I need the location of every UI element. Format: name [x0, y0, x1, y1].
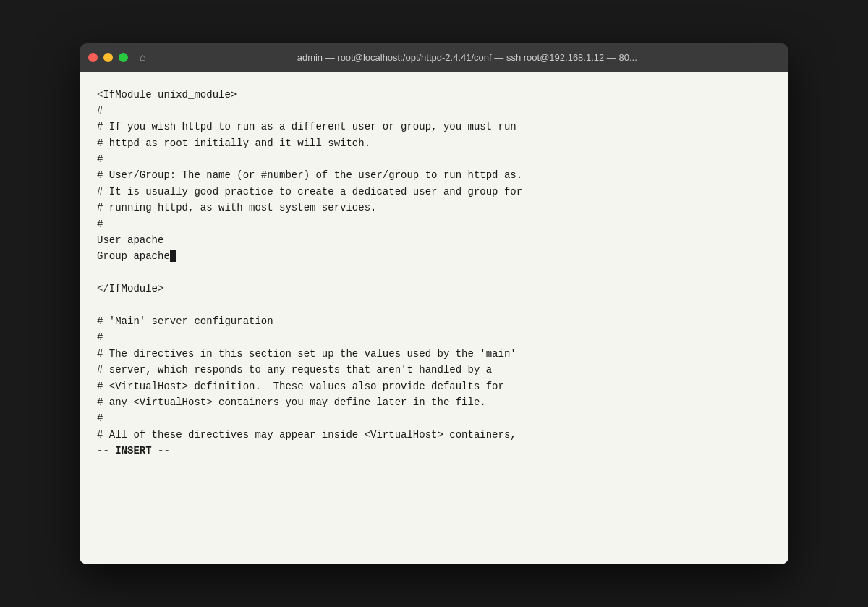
terminal-content[interactable]: <IfModule unixd_module> # # If you wish … — [80, 72, 788, 564]
titlebar: ⌂ admin — root@localhost:/opt/httpd-2.4.… — [80, 43, 788, 72]
vim-status-line: -- INSERT -- — [97, 445, 170, 457]
window-title: admin — root@localhost:/opt/httpd-2.4.41… — [154, 52, 780, 63]
minimize-button[interactable] — [103, 53, 113, 62]
home-icon: ⌂ — [140, 51, 145, 63]
maximize-button[interactable] — [119, 53, 128, 62]
code-block: <IfModule unixd_module> # # If you wish … — [97, 87, 771, 459]
close-button[interactable] — [88, 53, 98, 62]
terminal-window: ⌂ admin — root@localhost:/opt/httpd-2.4.… — [80, 43, 788, 564]
text-cursor — [170, 250, 176, 262]
